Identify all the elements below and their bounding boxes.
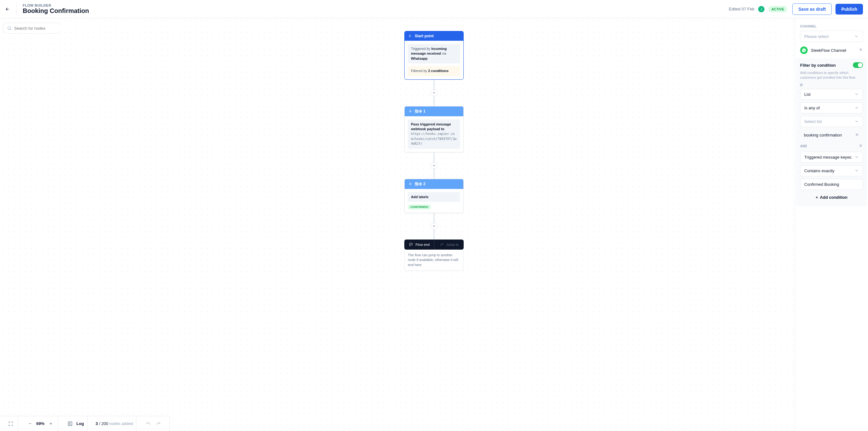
bolt-icon <box>408 109 413 114</box>
connector <box>434 169 434 179</box>
filter-info: Filtered by 2 conditions <box>408 66 460 76</box>
redo-button[interactable] <box>155 420 162 428</box>
channel-select[interactable]: Please select <box>800 31 863 42</box>
flag-icon <box>408 242 413 247</box>
page-title: Booking Confirmation <box>23 7 89 15</box>
remove-channel-button[interactable] <box>859 48 863 53</box>
log-icon <box>66 420 74 428</box>
zoom-in-button[interactable]: + <box>47 420 55 428</box>
condition-op-select[interactable]: Is any of <box>800 103 863 113</box>
page-subtitle: FLOW BUILDER <box>23 3 89 7</box>
channel-label: CHANNEL <box>800 25 863 28</box>
remove-condition-button[interactable] <box>859 143 863 149</box>
search-input[interactable] <box>14 26 67 31</box>
node-title: Start point <box>415 34 434 38</box>
trigger-info: Triggered by Incoming message received v… <box>408 44 460 63</box>
condition-value-select[interactable]: Select list <box>800 116 863 127</box>
node-title: 指令 2 <box>415 181 426 187</box>
channel-name: SleekFlow Channel <box>811 48 859 53</box>
connector <box>434 213 434 223</box>
zoom-level: 69% <box>36 421 44 426</box>
condition-value-tag[interactable]: booking confirmation <box>800 130 863 141</box>
if-label: IF <box>800 83 863 87</box>
add-node-button[interactable]: + <box>431 223 437 229</box>
svg-marker-1 <box>409 35 411 37</box>
condition-op-select[interactable]: Contains exactly <box>800 165 863 176</box>
edited-label: Edited 07 Feb <box>729 7 754 11</box>
node-flow-end[interactable]: Flow end Jump to <box>404 239 464 250</box>
webhook-info: Pass triggered message webhook payload t… <box>408 119 460 149</box>
svg-point-0 <box>8 27 11 29</box>
fullscreen-button[interactable] <box>7 420 14 428</box>
whatsapp-icon <box>800 47 808 54</box>
plus-icon: + <box>816 195 818 200</box>
flow-end-tab[interactable]: Flow end <box>404 239 434 250</box>
bolt-icon <box>408 181 413 186</box>
add-condition-button[interactable]: + Add condition <box>800 193 863 202</box>
condition-value-input[interactable]: Confirmed Booking <box>800 179 863 190</box>
condition-field-select[interactable]: Triggered message keywo <box>800 152 863 163</box>
and-label: AND <box>800 144 807 148</box>
redo-icon <box>439 242 444 247</box>
filter-title: Filter by condition <box>800 63 836 68</box>
side-panel: CHANNEL Please select SleekFlow Channel … <box>795 18 868 431</box>
node-title: 指令 1 <box>415 109 426 114</box>
log-button[interactable]: Log <box>76 421 84 426</box>
play-icon <box>408 33 413 38</box>
search-input-wrap[interactable] <box>3 23 61 33</box>
node-count: 3 / 200 nodes added <box>96 421 133 426</box>
remove-value-button[interactable] <box>855 133 859 138</box>
search-icon <box>7 26 12 31</box>
connector <box>434 229 434 239</box>
node-start[interactable]: Start point Triggered by Incoming messag… <box>404 31 464 80</box>
avatar[interactable]: J <box>758 6 765 12</box>
node-command-2[interactable]: 指令 2 Add labels CONFIRMED! <box>404 179 464 213</box>
connector <box>434 96 434 106</box>
add-node-button[interactable]: + <box>431 90 437 96</box>
filter-toggle[interactable] <box>853 62 863 68</box>
jump-to-tab[interactable]: Jump to <box>434 239 464 250</box>
filter-desc: Add conditions to specify which customer… <box>800 70 863 80</box>
chevron-down-icon <box>854 34 859 39</box>
undo-button[interactable] <box>145 420 152 428</box>
zoom-out-button[interactable]: − <box>26 420 34 428</box>
status-badge: ACTIVE <box>768 6 787 12</box>
save-draft-button[interactable]: Save as draft <box>792 3 832 15</box>
flow-end-desc: The flow can jump to another node if ava… <box>404 250 464 271</box>
connector <box>434 152 434 163</box>
label-tag: CONFIRMED! <box>408 204 431 209</box>
add-node-button[interactable]: + <box>431 163 437 169</box>
publish-button[interactable]: Publish <box>836 4 863 15</box>
node-command-1[interactable]: 指令 1 Pass triggered message webhook payl… <box>404 106 464 152</box>
connector <box>434 80 434 90</box>
back-button[interactable] <box>5 3 17 15</box>
labels-info: Add labels <box>408 192 460 202</box>
condition-field-select[interactable]: List <box>800 89 863 100</box>
